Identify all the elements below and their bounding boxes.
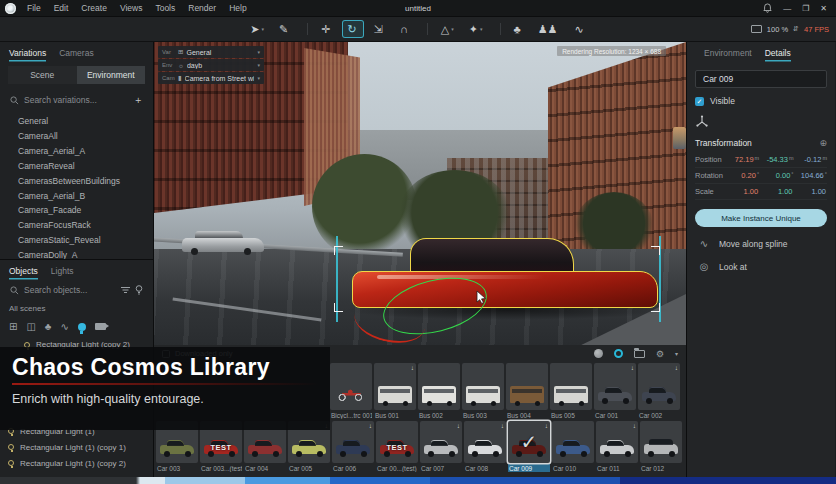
updown-arrows-icon[interactable]: ⇵ — [793, 25, 799, 33]
cameras-filter-icon[interactable] — [95, 323, 106, 330]
variation-item[interactable]: Camera_Aerial_A — [0, 144, 153, 159]
app-logo-icon[interactable] — [5, 3, 16, 14]
groups-filter-icon[interactable]: ◫ — [26, 321, 35, 332]
details-panel-tab[interactable]: Environment — [704, 48, 752, 60]
cosmos-asset[interactable]: Car 001 — [594, 363, 636, 419]
decal-tool[interactable]: ✦▾ — [465, 21, 487, 37]
collapse-chevron-icon[interactable]: ▾ — [675, 350, 678, 357]
move-tool[interactable]: ✛ — [317, 21, 336, 37]
minimize-button[interactable]: — — [783, 4, 791, 13]
animated-people-tool[interactable]: ♟♟ — [534, 21, 564, 37]
globe-icon[interactable] — [594, 349, 603, 358]
variations-panel-tab[interactable]: Cameras — [59, 48, 93, 60]
transform-axes-icon[interactable] — [695, 115, 709, 129]
menu-item[interactable]: Tools — [155, 3, 175, 13]
objects-search[interactable]: Search objects... — [0, 281, 153, 299]
vehicle-thumbnail — [556, 445, 590, 454]
variation-item[interactable]: General — [0, 114, 153, 129]
scenes-filter-label[interactable]: All scenes — [0, 299, 153, 316]
object-list-item[interactable]: Rectangular Light (1) (copy 1) — [0, 439, 153, 455]
gear-icon[interactable]: ⚙ — [656, 349, 664, 359]
reset-transform-icon[interactable]: ⊕ — [819, 138, 827, 148]
object-list-item[interactable]: Rectangular Light (1) (copy 2) — [0, 455, 153, 471]
objects-panel-tab[interactable]: Lights — [51, 266, 74, 278]
cosmos-asset[interactable]: Car 002 — [638, 363, 680, 419]
snap-tool[interactable]: ∩ — [396, 21, 414, 37]
cosmos-asset[interactable]: Car 012 — [640, 421, 682, 472]
cosmos-asset[interactable]: Bus 005 — [550, 363, 592, 419]
variations-search[interactable]: Search variations... ＋ — [0, 89, 153, 111]
variation-scope-subtab[interactable]: Scene — [8, 66, 77, 84]
asset-label: Car 005 — [288, 463, 330, 472]
menu-item[interactable]: Help — [229, 3, 246, 13]
environment-dropdown[interactable]: Env ☼ dayb ▾ — [158, 59, 264, 71]
menu-item[interactable]: Views — [120, 3, 143, 13]
download-icon — [675, 364, 678, 371]
vehicle-thumbnail — [424, 445, 458, 454]
select-tool[interactable]: ➤▾ — [246, 21, 268, 37]
filter-icon[interactable] — [121, 286, 130, 294]
cosmos-asset[interactable]: Car 011 — [596, 421, 638, 472]
cosmos-asset[interactable]: Car 008 — [464, 421, 506, 472]
objects-panel-tab[interactable]: Objects — [9, 266, 38, 278]
variation-item[interactable]: CameraReveal — [0, 159, 153, 174]
cosmos-asset[interactable]: TEST Car 00...(test) — [376, 421, 418, 472]
lights-filter-icon[interactable] — [78, 323, 86, 331]
vegetation-filter-icon[interactable]: ♣ — [45, 321, 52, 332]
variation-item[interactable]: CameraDolly_A — [0, 248, 153, 260]
cosmos-asset[interactable]: Car 007 — [420, 421, 462, 472]
spline-tool[interactable]: ∿ — [570, 21, 589, 37]
variation-dropdown[interactable]: Var ⊞ General ▾ — [158, 46, 264, 58]
bulb-icon[interactable] — [135, 285, 143, 295]
cosmos-asset[interactable]: Car 010 — [552, 421, 594, 472]
camera-dropdown[interactable]: Cam ▮ Camera from Street wide ▾ — [158, 72, 264, 84]
cosmos-asset[interactable]: Car 006 — [332, 421, 374, 472]
menu-item[interactable]: Render — [188, 3, 216, 13]
cosmos-asset[interactable]: Bicycl...trc 001 — [330, 363, 372, 419]
x-value: 0.20 — [741, 171, 756, 180]
close-button[interactable]: ✕ — [820, 4, 827, 13]
folder-icon[interactable] — [634, 350, 645, 358]
windows-taskbar[interactable] — [0, 477, 836, 484]
asset-label: Car 011 — [596, 463, 638, 472]
variation-item[interactable]: Camera_Facade — [0, 203, 153, 218]
vegetation-tool[interactable]: ♣ — [510, 21, 527, 37]
scale-tool[interactable]: ⇲ — [370, 21, 389, 37]
render-scene[interactable] — [154, 42, 686, 345]
cosmos-asset[interactable]: Car 009 — [508, 421, 550, 472]
variation-item[interactable]: CameraFocusRack — [0, 218, 153, 233]
menu-item[interactable]: File — [27, 3, 41, 13]
transform-row: Rotation 0.20° 0.00° 104.66° — [695, 168, 827, 184]
variation-item[interactable]: CameraStatic_Reveal — [0, 233, 153, 248]
move-along-spline-action[interactable]: ∿ Move along spline — [695, 230, 827, 253]
look-at-action[interactable]: ◎ Look at — [695, 253, 827, 276]
display-scale-value[interactable]: 100 % — [767, 25, 788, 34]
cosmos-asset[interactable]: Bus 002 — [418, 363, 460, 419]
variations-panel-tab[interactable]: Variations — [9, 48, 46, 60]
splines-filter-icon[interactable]: ∿ — [60, 321, 68, 332]
cosmos-asset[interactable]: Bus 004 — [506, 363, 548, 419]
rotate-tool[interactable]: ↻ — [343, 21, 362, 37]
variation-scope-subtab[interactable]: Environment — [77, 66, 146, 84]
asset-label: Bus 002 — [418, 410, 460, 419]
make-instance-unique-button[interactable]: Make Instance Unique — [695, 209, 827, 227]
menu-item[interactable]: Edit — [54, 3, 69, 13]
scatter-tool[interactable]: △▾ — [437, 21, 458, 37]
add-variation-button[interactable]: ＋ — [133, 93, 143, 107]
all-objects-filter-icon[interactable]: ⊞ — [9, 321, 17, 332]
cosmos-asset[interactable]: Bus 001 — [374, 363, 416, 419]
variation-item[interactable]: Camera_Aerial_B — [0, 188, 153, 203]
paint-tool[interactable]: ✎ — [275, 21, 294, 37]
checkbox-checked-icon[interactable]: ✓ — [695, 97, 704, 106]
details-panel-tab[interactable]: Details — [765, 48, 791, 60]
z-value: 104.66 — [801, 171, 824, 180]
notifications-bell-icon[interactable] — [763, 3, 772, 13]
cosmos-asset[interactable]: Bus 003 — [462, 363, 504, 419]
variation-item[interactable]: CameraAll — [0, 129, 153, 144]
maximize-button[interactable]: ❐ — [802, 4, 809, 13]
cosmos-online-icon[interactable] — [614, 349, 623, 358]
variation-item[interactable]: CamerasBetweenBuildings — [0, 174, 153, 189]
object-name-input[interactable]: Car 009 — [695, 70, 827, 88]
menu-item[interactable]: Create — [81, 3, 107, 13]
visible-checkbox-row[interactable]: ✓ Visible — [695, 94, 827, 110]
